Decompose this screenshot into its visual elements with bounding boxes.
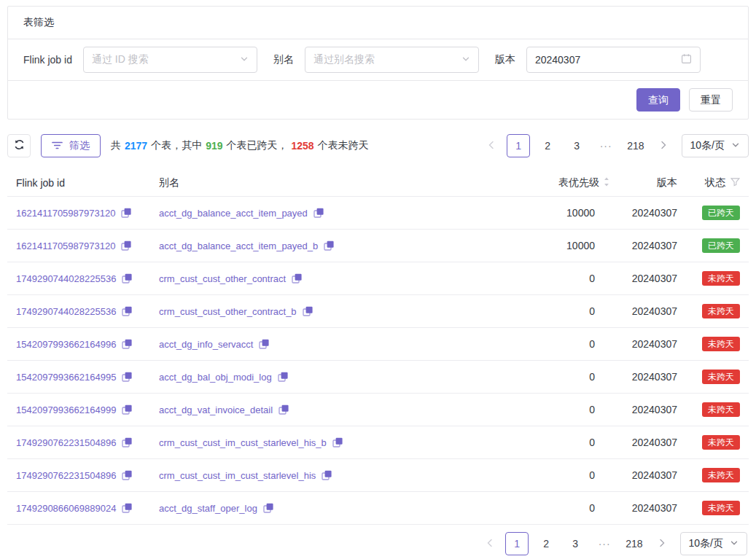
pagination-page-2[interactable]: 2 bbox=[534, 532, 558, 555]
sort-caret-icon[interactable] bbox=[603, 176, 610, 189]
row-alias-link[interactable]: acct_dg_balance_acct_item_payed bbox=[159, 208, 308, 219]
row-id-link[interactable]: 1542097993662164996 bbox=[16, 339, 116, 350]
row-version: 20240307 bbox=[610, 338, 677, 350]
table-row: 1749290744028225536 crm_cust_cust_other_… bbox=[7, 295, 749, 328]
chevron-down-icon bbox=[730, 538, 739, 550]
pagination-next-button[interactable] bbox=[654, 134, 673, 157]
copy-icon[interactable] bbox=[122, 273, 132, 284]
row-version: 20240307 bbox=[610, 240, 677, 251]
query-button[interactable]: 查询 bbox=[636, 88, 680, 112]
column-header-status[interactable]: 状态 bbox=[677, 176, 740, 189]
page-size-select[interactable]: 10条/页 bbox=[682, 134, 749, 157]
refresh-button[interactable] bbox=[7, 134, 31, 157]
row-priority: 0 bbox=[521, 305, 610, 317]
page-size-select[interactable]: 10条/页 bbox=[680, 532, 747, 555]
pagination-page-3[interactable]: 3 bbox=[564, 532, 587, 555]
stats-label3: 个表未跨天 bbox=[318, 139, 369, 152]
status-badge: 未跨天 bbox=[702, 468, 740, 482]
pagination-page-1[interactable]: 1 bbox=[505, 532, 529, 555]
copy-icon[interactable] bbox=[122, 503, 132, 513]
copy-icon[interactable] bbox=[303, 306, 313, 316]
copy-icon[interactable] bbox=[121, 208, 131, 218]
flink-job-id-select[interactable]: 通过 ID 搜索 bbox=[83, 47, 257, 73]
filter-lines-icon bbox=[52, 140, 63, 152]
filter-toggle-button[interactable]: 筛选 bbox=[41, 134, 101, 157]
alias-field: 别名 通过别名搜索 bbox=[273, 47, 479, 73]
copy-icon[interactable] bbox=[332, 437, 343, 447]
row-id-link[interactable]: 1749290866069889024 bbox=[16, 503, 116, 514]
copy-icon[interactable] bbox=[122, 437, 132, 447]
stats-crossed-count: 919 bbox=[206, 140, 222, 152]
row-id-link[interactable]: 1621411705987973120 bbox=[16, 208, 115, 219]
row-id-link[interactable]: 1749290762231504896 bbox=[16, 437, 116, 448]
column-header-alias[interactable]: 别名 bbox=[159, 176, 521, 189]
toolbar: 筛选 共 2177 个表，其中 919 个表已跨天， 1258 个表未跨天 12… bbox=[7, 134, 749, 157]
stats-total-count: 2177 bbox=[125, 140, 147, 152]
row-version: 20240307 bbox=[610, 305, 677, 317]
version-label: 版本 bbox=[495, 53, 515, 66]
filter-panel-title: 表筛选 bbox=[8, 7, 748, 39]
row-id-link[interactable]: 1621411705987973120 bbox=[16, 241, 115, 251]
copy-icon[interactable] bbox=[263, 503, 273, 513]
copy-icon[interactable] bbox=[122, 339, 132, 349]
row-id-link[interactable]: 1542097993662164995 bbox=[16, 372, 116, 383]
row-alias-link[interactable]: acct_dg_vat_invoice_detail bbox=[159, 404, 273, 415]
alias-label: 别名 bbox=[273, 53, 294, 66]
pagination-page-1[interactable]: 1 bbox=[507, 134, 530, 157]
row-id-link[interactable]: 1749290762231504896 bbox=[16, 470, 116, 481]
version-date-input[interactable] bbox=[526, 47, 701, 73]
version-input[interactable] bbox=[535, 54, 666, 66]
row-alias-link[interactable]: acct_dg_info_servacct bbox=[159, 339, 253, 350]
pagination-top: 123···21810条/页 bbox=[482, 134, 749, 157]
copy-icon[interactable] bbox=[313, 208, 324, 218]
status-badge: 未跨天 bbox=[702, 271, 740, 286]
pagination-page-3[interactable]: 3 bbox=[565, 134, 588, 157]
copy-icon[interactable] bbox=[122, 470, 132, 480]
row-alias-link[interactable]: crm_cust_cust_im_cust_starlevel_his_b bbox=[159, 437, 327, 448]
row-id-link[interactable]: 1749290744028225536 bbox=[16, 306, 116, 317]
pagination-ellipsis: ··· bbox=[594, 134, 617, 157]
status-badge: 未跨天 bbox=[702, 370, 740, 384]
copy-icon[interactable] bbox=[122, 372, 132, 382]
status-badge: 已跨天 bbox=[702, 238, 740, 253]
copy-icon[interactable] bbox=[278, 404, 289, 415]
column-header-id[interactable]: Flink job id bbox=[16, 177, 159, 189]
table-header-row: Flink job id 别名 表优先级 版本 状态 bbox=[7, 169, 749, 197]
filter-funnel-icon[interactable] bbox=[730, 177, 740, 189]
row-alias-link[interactable]: crm_cust_cust_other_contract_b bbox=[159, 306, 297, 317]
copy-icon[interactable] bbox=[122, 306, 132, 316]
pagination-page-2[interactable]: 2 bbox=[536, 134, 559, 157]
table-row: 1749290866069889024 acct_dg_staff_oper_l… bbox=[7, 492, 749, 525]
pagination-prev-button[interactable] bbox=[480, 532, 499, 555]
copy-icon[interactable] bbox=[122, 404, 132, 415]
row-id-link[interactable]: 1749290744028225536 bbox=[16, 273, 116, 284]
copy-icon[interactable] bbox=[278, 372, 288, 382]
table-row: 1542097993662164995 acct_dg_bal_obj_modi… bbox=[7, 361, 749, 394]
row-id-link[interactable]: 1542097993662164999 bbox=[16, 404, 116, 415]
row-version: 20240307 bbox=[610, 469, 677, 481]
alias-select[interactable]: 通过别名搜索 bbox=[305, 47, 479, 73]
stats-not-crossed-count: 1258 bbox=[292, 140, 314, 152]
filter-toggle-label: 筛选 bbox=[69, 139, 90, 152]
row-alias-link[interactable]: acct_dg_balance_acct_item_payed_b bbox=[159, 241, 318, 251]
copy-icon[interactable] bbox=[292, 273, 302, 284]
column-header-priority[interactable]: 表优先级 bbox=[521, 176, 610, 189]
reset-button[interactable]: 重置 bbox=[689, 88, 733, 112]
row-alias-link[interactable]: crm_cust_cust_other_contract bbox=[159, 273, 286, 284]
copy-icon[interactable] bbox=[259, 339, 269, 349]
chevron-right-icon bbox=[660, 141, 667, 152]
row-alias-link[interactable]: acct_dg_bal_obj_modi_log bbox=[159, 372, 272, 383]
pagination-prev-button[interactable] bbox=[482, 134, 501, 157]
table-row: 1542097993662164999 acct_dg_vat_invoice_… bbox=[7, 394, 749, 426]
pagination-page-218[interactable]: 218 bbox=[623, 134, 647, 157]
row-alias-link[interactable]: acct_dg_staff_oper_log bbox=[159, 503, 257, 514]
copy-icon[interactable] bbox=[322, 470, 332, 480]
column-header-version[interactable]: 版本 bbox=[610, 176, 677, 189]
row-alias-link[interactable]: crm_cust_cust_im_cust_starlevel_his bbox=[159, 470, 316, 481]
pagination-page-218[interactable]: 218 bbox=[622, 532, 646, 555]
pagination-next-button[interactable] bbox=[652, 532, 671, 555]
status-badge: 未跨天 bbox=[702, 501, 740, 515]
copy-icon[interactable] bbox=[324, 241, 334, 251]
status-badge: 未跨天 bbox=[702, 435, 740, 450]
copy-icon[interactable] bbox=[121, 241, 131, 251]
